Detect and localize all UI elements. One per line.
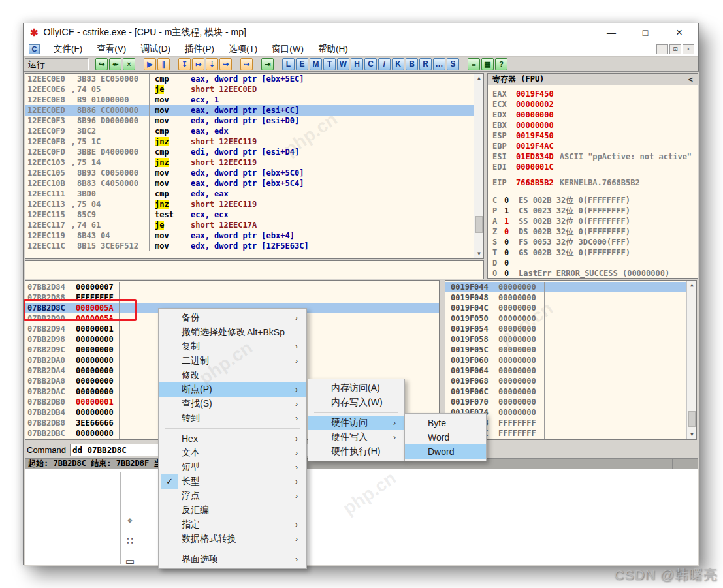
context-menu-item[interactable] xyxy=(159,546,306,552)
toolbar-button-icon[interactable]: H xyxy=(351,58,363,70)
flag-row[interactable]: C 0 ES 002B 32位 0(FFFFFFFF) xyxy=(488,195,698,206)
stack-row[interactable]: 0019F048 00000000 xyxy=(445,292,696,303)
flag-row[interactable]: T 0 GS 002B 32位 0(FFFFFFFF) xyxy=(488,247,698,258)
toolbar-button-icon[interactable]: E xyxy=(296,58,308,70)
scroll-up-icon[interactable]: ▲ xyxy=(687,281,697,290)
context-menu-item[interactable]: 断点(P) › xyxy=(159,382,306,397)
submenu-item[interactable]: Word xyxy=(405,430,486,444)
toolbar-button-icon[interactable]: ⇢ xyxy=(240,58,253,70)
disasm-row[interactable]: 12EEC111 3BD0 cmp edx, eax xyxy=(25,189,483,199)
register-row[interactable]: EAX 0019F450 xyxy=(488,89,698,99)
toolbar-button-icon[interactable]: M xyxy=(310,58,322,70)
context-menu-item[interactable]: 指定 › xyxy=(159,518,306,532)
register-row[interactable]: EBP 0019F4AC xyxy=(488,141,698,151)
info-pane[interactable] xyxy=(25,260,484,279)
stack-row[interactable]: 0019F044 00000000 xyxy=(445,282,696,292)
disasm-row[interactable]: 12EEC0E8 B9 01000000 mov ecx, 1 xyxy=(25,95,483,105)
disasm-row[interactable]: 12EEC115 85C9 test ecx, ecx xyxy=(25,209,483,220)
disasm-row[interactable]: 12EEC10B 8B83 C4050000 mov eax, dword pt… xyxy=(25,178,483,189)
disasm-row[interactable]: 12EEC105 8B93 C0050000 mov edx, dword pt… xyxy=(25,168,483,178)
disasm-row[interactable]: 12EEC119 8B43 04 mov eax, dword ptr [ebx… xyxy=(25,230,483,241)
toolbar-button-icon[interactable]: ? xyxy=(495,58,507,70)
toolbar-button-icon[interactable]: K xyxy=(392,58,404,70)
stack-row[interactable]: 0019F050 00000000 xyxy=(445,313,696,324)
disasm-row[interactable]: 12EEC103 , 75 14 jnz short 12EEC119 xyxy=(25,157,483,168)
flag-row[interactable]: Z 0 DS 002B 32位 0(FFFFFFFF) xyxy=(488,226,698,237)
side-tool-icon[interactable]: ∷ xyxy=(123,535,137,547)
scroll-down-icon[interactable]: ▼ xyxy=(474,249,484,258)
toolbar-button-icon[interactable]: C xyxy=(364,58,377,70)
scroll-down-icon[interactable]: ▼ xyxy=(687,430,697,439)
menu-bar-item[interactable]: 查看(V) xyxy=(89,42,133,56)
register-row[interactable]: ECX 00000002 xyxy=(488,99,698,110)
submenu-item[interactable] xyxy=(308,410,404,416)
menu-bar-item[interactable]: 插件(P) xyxy=(178,42,221,56)
toolbar-button-icon[interactable]: ↧ xyxy=(178,58,191,70)
context-menu-item[interactable]: 界面选项 › xyxy=(159,552,306,566)
stack-row[interactable]: 0019F064 00000000 xyxy=(445,365,696,376)
disasm-row[interactable]: 12EEC0E6 , 74 05 je short 12EEC0ED xyxy=(25,84,483,95)
flag-row[interactable]: P 1 CS 0023 32位 0(FFFFFFFF) xyxy=(488,206,698,216)
submenu-item[interactable]: 硬件执行(H) xyxy=(308,444,404,459)
stack-scrollbar[interactable]: ▲ ▼ xyxy=(686,281,696,439)
context-menu-item[interactable]: ✓ 长型 › xyxy=(159,474,306,489)
disasm-row[interactable]: 12EEC117 , 74 61 je short 12EEC17A xyxy=(25,220,483,230)
context-menu-item[interactable]: 浮点 › xyxy=(159,489,306,503)
registers-pane[interactable]: 寄存器 (FPU) < EAX 0019F450 ECX 00000002 xyxy=(487,73,698,279)
menu-bar-item[interactable]: 文件(F) xyxy=(46,42,89,56)
context-menu-item[interactable]: 查找(S) › xyxy=(159,397,306,411)
stack-row[interactable]: 0019F05C 00000000 xyxy=(445,345,696,355)
disassembly-pane[interactable]: 12EEC0E0 3B83 EC050000 cmp eax, dword pt… xyxy=(25,73,484,259)
context-menu-item[interactable]: 复制 › xyxy=(159,339,306,354)
context-menu-item[interactable]: 二进制 › xyxy=(159,354,306,368)
toolbar-button-icon[interactable]: W xyxy=(337,58,349,70)
toolbar-button-icon[interactable]: ▶ xyxy=(144,58,156,70)
menu-bar-item[interactable]: 选项(T) xyxy=(221,42,265,56)
toolbar-button-icon[interactable]: L xyxy=(282,58,295,70)
context-menu-item[interactable]: Hex › xyxy=(159,431,306,446)
toolbar-button-icon[interactable]: ↦ xyxy=(192,58,204,70)
register-row[interactable]: EDI 0000001C xyxy=(488,162,698,172)
side-tool-icon[interactable]: ▭ xyxy=(123,555,137,567)
flag-row[interactable]: S 0 FS 0053 32位 3DC000(FFF) xyxy=(488,237,698,247)
stack-row[interactable]: 0019F058 00000000 xyxy=(445,334,696,345)
flag-row[interactable]: A 1 SS 002B 32位 0(FFFFFFFF) xyxy=(488,216,698,226)
side-tool-icon[interactable]: ⌖ xyxy=(123,515,137,527)
stack-row[interactable]: 0019F068 00000000 xyxy=(445,376,696,386)
toolbar-button-icon[interactable]: ⇣ xyxy=(206,58,218,70)
toolbar-button-icon[interactable]: … xyxy=(433,58,445,70)
mdi-close-button[interactable]: × xyxy=(683,44,694,54)
menu-bar-item[interactable]: 窗口(W) xyxy=(265,42,311,56)
context-menu-item[interactable]: 短型 › xyxy=(159,460,306,474)
stack-row[interactable]: 0019F060 00000000 xyxy=(445,355,696,365)
context-menu-item[interactable] xyxy=(159,426,306,431)
context-menu-item[interactable]: 修改 xyxy=(159,368,306,382)
stack-row[interactable]: 0019F04C 00000000 xyxy=(445,303,696,313)
toolbar-button-icon[interactable]: ⇝ xyxy=(219,58,232,70)
submenu-item[interactable]: Byte xyxy=(405,416,486,430)
register-row[interactable]: ESI 01ED834D ASCII "ppActive: not active… xyxy=(488,151,698,162)
toolbar-button-icon[interactable]: × xyxy=(123,58,135,70)
scroll-thumb[interactable] xyxy=(688,411,696,427)
toolbar-button-icon[interactable]: S xyxy=(447,58,459,70)
toolbar-button-icon[interactable]: R xyxy=(419,58,432,70)
disasm-scrollbar[interactable]: ▲ ▼ xyxy=(474,74,483,258)
submenu-item[interactable]: 硬件访问 › xyxy=(308,416,404,430)
close-button[interactable]: × xyxy=(672,26,686,39)
scroll-thumb[interactable] xyxy=(475,216,483,233)
eip-row[interactable]: EIP 7668B5B2 KERNELBA.7668B5B2 xyxy=(488,178,698,188)
toolbar-button-icon[interactable]: ∥ xyxy=(157,58,170,70)
context-menu-item[interactable]: 文本 › xyxy=(159,446,306,460)
disasm-row[interactable]: 12EEC0FB , 75 1C jnz short 12EEC119 xyxy=(25,136,483,147)
toolbar-button-icon[interactable]: T xyxy=(323,58,336,70)
stack-row[interactable]: 0019F06C 00000000 xyxy=(445,386,696,397)
submenu-item[interactable]: Dword xyxy=(405,444,486,459)
mdi-restore-button[interactable]: ⊡ xyxy=(669,44,681,54)
context-menu-item[interactable]: 转到 › xyxy=(159,411,306,426)
register-row[interactable]: EBX 00000000 xyxy=(488,120,698,131)
submenu-item[interactable]: 硬件写入 › xyxy=(308,430,404,444)
submenu-item[interactable]: 内存访问(A) xyxy=(308,381,404,395)
submenu-item[interactable]: 内存写入(W) xyxy=(308,395,404,410)
collapse-icon[interactable]: < xyxy=(688,75,693,84)
toolbar-button-icon[interactable]: ↞ xyxy=(109,58,121,70)
